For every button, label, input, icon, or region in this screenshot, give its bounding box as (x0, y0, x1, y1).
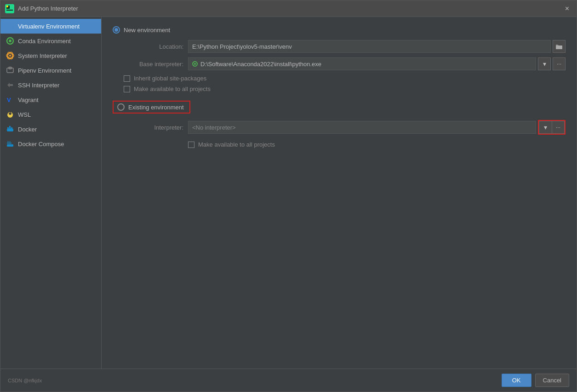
make-available-checkbox-row: Make available to all projects (124, 85, 566, 92)
new-env-label: New environment (124, 27, 170, 34)
dialog-body: Virtualenv Environment Conda Environment (0, 17, 577, 369)
close-button[interactable]: × (562, 4, 572, 13)
sidebar-item-label: Pipenv Environment (18, 67, 71, 74)
svg-rect-27 (7, 144, 13, 147)
svg-rect-16 (10, 84, 13, 86)
svg-rect-2 (6, 10, 13, 11)
svg-rect-29 (7, 141, 9, 142)
sidebar-item-system[interactable]: System Interpreter (0, 48, 101, 63)
sidebar-item-ssh[interactable]: SSH Interpreter (0, 78, 101, 92)
sidebar: Virtualenv Environment Conda Environment (0, 17, 102, 369)
svg-marker-15 (7, 83, 10, 87)
docker-compose-icon (6, 140, 14, 148)
inherit-checkbox-row: Inherit global site-packages (124, 75, 566, 82)
existing-environment-section: Existing environment Interpreter: ▾ ··· (113, 101, 566, 148)
docker-icon (6, 125, 14, 133)
interpreter-label: Interpreter: (124, 124, 183, 131)
location-label: Location: (124, 43, 183, 50)
svg-rect-26 (9, 126, 11, 127)
inherit-checkbox[interactable] (124, 75, 130, 82)
interpreter-buttons-highlight: ▾ ··· (538, 120, 566, 135)
interpreter-more-button[interactable]: ··· (552, 121, 565, 134)
sidebar-item-label: Conda Environment (18, 38, 71, 45)
svg-point-12 (9, 55, 11, 57)
svg-point-20 (9, 112, 10, 113)
bottom-bar: CSDN @nfkjdx OK Cancel (0, 369, 577, 392)
ssh-icon (6, 81, 14, 89)
inherit-label: Inherit global site-packages (134, 75, 206, 82)
title-bar-left: Add Python Interpreter (5, 4, 78, 13)
sidebar-item-label: Vagrant (18, 97, 39, 103)
credit-label: CSDN @nfkjdx (8, 378, 42, 383)
new-environment-section: New environment Location: (113, 26, 566, 92)
sidebar-item-label: Docker Compose (18, 141, 64, 148)
make-available-label: Make available to all projects (134, 85, 211, 92)
svg-rect-3 (11, 6, 13, 8)
interpreter-form: Interpreter: ▾ ··· Make available to all… (124, 120, 566, 148)
base-interpreter-more-button[interactable]: ··· (553, 57, 566, 70)
base-interpreter-row: D:\Software\Anaconda2022\install\python.… (188, 57, 566, 70)
existing-env-highlight-box: Existing environment (113, 101, 190, 114)
new-env-radio[interactable] (113, 26, 120, 34)
sidebar-item-conda[interactable]: Conda Environment (0, 34, 101, 48)
svg-point-21 (11, 112, 11, 113)
sidebar-item-docker-compose[interactable]: Docker Compose (0, 136, 101, 151)
make-available2-checkbox[interactable] (188, 142, 194, 148)
sidebar-item-label: SSH Interpreter (18, 82, 59, 89)
svg-point-6 (8, 24, 12, 28)
svg-rect-28 (7, 142, 11, 144)
make-available2-row: Make available to all projects (188, 141, 566, 148)
sidebar-item-label: Docker (18, 126, 37, 133)
existing-env-label: Existing environment (128, 104, 184, 111)
base-interpreter-label: Base interpreter: (124, 61, 183, 68)
svg-rect-25 (11, 127, 12, 129)
add-python-interpreter-dialog: Add Python Interpreter × Virtualenv Envi… (0, 0, 577, 392)
svg-point-19 (9, 111, 11, 115)
interpreter-row: ▾ ··· (188, 120, 566, 135)
svg-rect-23 (7, 127, 9, 129)
sidebar-item-vagrant[interactable]: V Vagrant (0, 92, 101, 107)
svg-point-33 (194, 63, 196, 65)
pycharm-logo-icon (5, 4, 14, 13)
svg-text:V: V (7, 97, 11, 103)
location-input[interactable] (188, 40, 551, 53)
interpreter-input[interactable] (188, 121, 536, 134)
svg-rect-22 (7, 129, 13, 131)
dialog-title: Add Python Interpreter (18, 5, 78, 12)
make-available-checkbox[interactable] (124, 86, 130, 92)
vagrant-icon: V (6, 96, 14, 104)
sidebar-item-label: Virtualenv Environment (18, 23, 80, 30)
system-icon (6, 51, 14, 60)
title-bar: Add Python Interpreter × (0, 0, 577, 17)
existing-env-radio[interactable] (117, 103, 125, 111)
pipenv-icon (6, 66, 14, 74)
make-available2-label: Make available to all projects (198, 141, 275, 148)
base-interpreter-dropdown-button[interactable]: ▾ (538, 57, 551, 70)
existing-env-radio-row: Existing environment (113, 101, 566, 114)
ok-button[interactable]: OK (502, 374, 531, 387)
interpreter-dropdown-button[interactable]: ▾ (539, 121, 552, 134)
location-folder-button[interactable] (553, 40, 566, 53)
location-form: Location: Base interpreter: (124, 40, 566, 70)
new-env-radio-row: New environment (113, 26, 566, 34)
conda-icon (6, 37, 14, 45)
sidebar-item-virtualenv[interactable]: Virtualenv Environment (0, 19, 101, 34)
cancel-button[interactable]: Cancel (535, 374, 569, 387)
sidebar-item-docker[interactable]: Docker (0, 122, 101, 136)
main-content: New environment Location: (102, 17, 577, 369)
location-input-row (188, 40, 566, 53)
sidebar-item-label: System Interpreter (18, 52, 67, 59)
svg-rect-30 (9, 141, 11, 142)
folder-icon (555, 43, 563, 50)
conda-small-icon (192, 61, 198, 67)
sidebar-item-pipenv[interactable]: Pipenv Environment (0, 63, 101, 78)
virtualenv-icon (6, 22, 14, 30)
sidebar-item-label: WSL (18, 111, 31, 118)
svg-point-8 (9, 40, 11, 42)
svg-rect-4 (6, 6, 8, 7)
svg-rect-24 (9, 127, 11, 129)
base-interpreter-value: D:\Software\Anaconda2022\install\python.… (200, 61, 321, 68)
wsl-icon (6, 110, 14, 119)
svg-rect-31 (556, 45, 562, 49)
sidebar-item-wsl[interactable]: WSL (0, 107, 101, 122)
